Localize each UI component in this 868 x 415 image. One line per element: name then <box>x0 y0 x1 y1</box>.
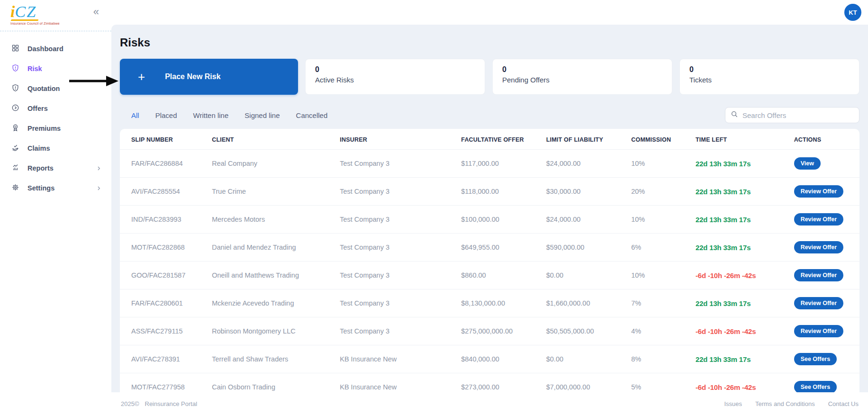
col-limit-of-liability: LIMIT OF LIABILITY <box>542 129 627 150</box>
sidebar-item-settings[interactable]: Settings <box>0 178 111 198</box>
tab-signed-line[interactable]: Signed line <box>244 111 280 119</box>
slip-number: FAR/FAC280601 <box>120 289 207 317</box>
sidebar-item-offers[interactable]: Offers <box>0 99 111 118</box>
sidebar-item-dashboard[interactable]: Dashboard <box>0 39 111 59</box>
insurer: Test Company 3 <box>335 150 456 178</box>
tab-written-line[interactable]: Written line <box>193 111 229 119</box>
time-left: 22d 13h 33m 17s <box>696 355 750 363</box>
row-action-button[interactable]: Review Offer <box>794 213 843 226</box>
sidebar-item-label: Premiums <box>27 125 61 132</box>
shield-alert-icon <box>11 64 19 73</box>
user-avatar[interactable]: KT <box>844 4 861 21</box>
table-row: AVI/FAC285554 True Crime Test Company 3 … <box>120 178 859 206</box>
commission: 6% <box>626 234 691 262</box>
search-icon <box>731 110 738 120</box>
row-action-button[interactable]: See Offers <box>794 381 837 393</box>
limit-of-liability: $0.00 <box>542 345 627 373</box>
col-insurer: INSURER <box>335 129 456 150</box>
footer-copyright: 2025© <box>121 400 139 407</box>
commission: 7% <box>626 289 691 317</box>
slip-number: MOT/FAC282868 <box>120 234 207 262</box>
risks-table-card: SLIP NUMBER CLIENT INSURER FACULTATIVE O… <box>120 129 859 415</box>
stat-card-tickets: 0 Tickets <box>679 59 859 95</box>
slip-number: GOO/FAC281587 <box>120 262 207 289</box>
sidebar-collapse-icon[interactable]: « <box>93 7 99 17</box>
tab-placed[interactable]: Placed <box>155 111 177 119</box>
filter-tabs: All Placed Written line Signed line Canc… <box>131 111 327 119</box>
stat-value: 0 <box>502 65 662 74</box>
stat-label: Active Risks <box>315 76 475 84</box>
commission: 4% <box>626 317 691 345</box>
client: Mckenzie Acevedo Trading <box>207 289 335 317</box>
sidebar-item-label: Risk <box>27 65 42 72</box>
row-action-button[interactable]: Review Offer <box>794 269 843 281</box>
sidebar-item-label: Offers <box>27 105 48 112</box>
logo-swoosh <box>10 19 38 21</box>
client: Robinson Montgomery LLC <box>207 317 335 345</box>
client: True Crime <box>207 178 335 206</box>
sidebar-nav: Dashboard Risk Quotation Offers Premiums… <box>0 39 111 198</box>
row-action-button[interactable]: Review Offer <box>794 297 843 309</box>
time-left: 22d 13h 33m 17s <box>696 160 750 168</box>
slip-number: IND/FAC283993 <box>120 206 207 234</box>
commission: 10% <box>626 150 691 178</box>
annotation-arrow <box>69 74 118 88</box>
time-left: -6d -10h -26m -42s <box>696 327 756 335</box>
insurer: KB Insurance New <box>335 345 456 373</box>
slip-number: AVI/FAC285554 <box>120 178 207 206</box>
search-box[interactable] <box>725 107 859 123</box>
chevron-right-icon <box>96 165 102 171</box>
table-row: IND/FAC283993 Mercedes Motors Test Compa… <box>120 206 859 234</box>
table-row: ASS/FAC279115 Robinson Montgomery LLC Te… <box>120 317 859 345</box>
limit-of-liability: $0.00 <box>542 262 627 289</box>
commission: 10% <box>626 262 691 289</box>
client: Mercedes Motors <box>207 206 335 234</box>
chart-icon <box>11 163 19 173</box>
facultative-offer: $8,130,000.00 <box>456 289 542 317</box>
table-row: FAR/FAC280601 Mckenzie Acevedo Trading T… <box>120 289 859 317</box>
shield-alert-icon <box>11 84 19 93</box>
time-left: -6d -10h -26m -42s <box>696 383 756 391</box>
search-input[interactable] <box>742 111 854 119</box>
row-action-button[interactable]: Review Offer <box>794 325 843 337</box>
tab-all[interactable]: All <box>131 111 139 119</box>
insurer: Test Company 3 <box>335 289 456 317</box>
client: Real Company <box>207 150 335 178</box>
gear-icon <box>11 183 19 193</box>
row-action-button[interactable]: View <box>794 157 821 170</box>
place-new-risk-button[interactable]: + Place New Risk <box>120 59 298 95</box>
time-left: 22d 13h 33m 17s <box>696 216 750 224</box>
table-header-row: SLIP NUMBER CLIENT INSURER FACULTATIVE O… <box>120 129 859 150</box>
footer-link-issues[interactable]: Issues <box>724 400 742 407</box>
sidebar-item-label: Dashboard <box>27 45 63 53</box>
stat-card-active-risks: 0 Active Risks <box>305 59 485 95</box>
sidebar-item-premiums[interactable]: Premiums <box>0 118 111 138</box>
logo-letters-cz: CZ <box>15 3 36 20</box>
col-time-left: TIME LEFT <box>691 129 789 150</box>
col-client: CLIENT <box>207 129 335 150</box>
hand-check-icon <box>11 144 19 153</box>
table-row: GOO/FAC281587 Oneill and Matthews Tradin… <box>120 262 859 289</box>
col-actions: ACTIONS <box>789 129 859 150</box>
sidebar-item-label: Quotation <box>27 85 60 92</box>
insurer: Test Company 3 <box>335 234 456 262</box>
footer-brand: Reinsurance Portal <box>145 400 198 407</box>
sidebar-item-label: Settings <box>27 184 54 192</box>
row-action-button[interactable]: Review Offer <box>794 185 843 198</box>
row-action-button[interactable]: See Offers <box>794 353 837 365</box>
icz-logo: iCZ Insurance Council of Zimbabwe <box>10 4 60 25</box>
row-action-button[interactable]: Review Offer <box>794 241 843 253</box>
col-commission: COMMISSION <box>626 129 691 150</box>
stat-value: 0 <box>315 65 475 74</box>
summary-row: + Place New Risk 0 Active Risks 0 Pendin… <box>120 59 859 95</box>
facultative-offer: $860.00 <box>456 262 542 289</box>
client: Terrell and Shaw Traders <box>207 345 335 373</box>
tab-cancelled[interactable]: Cancelled <box>296 111 328 119</box>
sidebar-item-reports[interactable]: Reports <box>0 158 111 178</box>
page-title: Risks <box>120 36 859 49</box>
footer-link-terms[interactable]: Terms and Conditions <box>755 400 815 407</box>
award-icon <box>11 124 19 133</box>
facultative-offer: $840,000.00 <box>456 345 542 373</box>
sidebar-item-claims[interactable]: Claims <box>0 138 111 158</box>
footer-link-contact[interactable]: Contact Us <box>828 400 859 407</box>
